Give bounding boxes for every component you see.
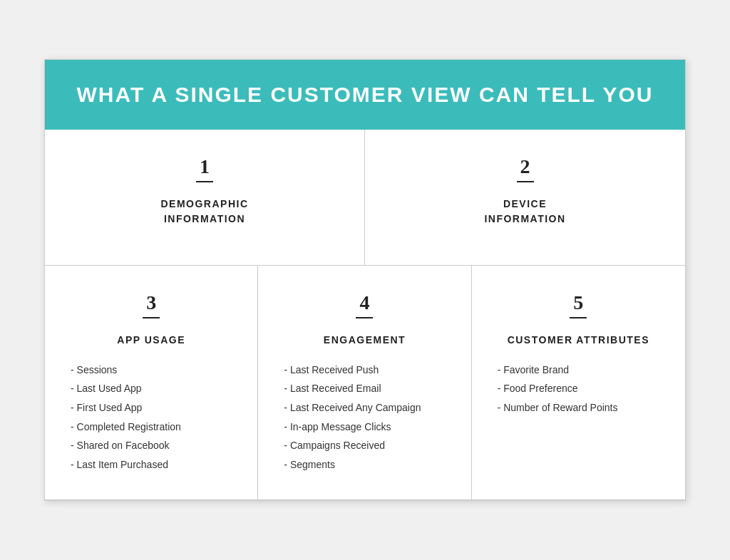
section-5-list: - Favorite Brand - Food Preference - Num… (498, 361, 659, 418)
section-2-number: 2 (517, 155, 534, 182)
section-device: 2 DEVICEINFORMATION (365, 130, 685, 265)
list-item: - Sessions (71, 361, 232, 380)
section-5-number-wrapper: 5 (498, 291, 659, 324)
list-item: - In-app Message Clicks (284, 418, 445, 437)
section-demographic: 1 DEMOGRAPHICINFORMATION (45, 130, 365, 265)
section-4-title: ENGAGEMENT (284, 333, 445, 348)
list-item: - Favorite Brand (498, 361, 659, 380)
list-item: - Number of Reward Points (498, 398, 659, 418)
main-card: WHAT A SINGLE CUSTOMER VIEW CAN TELL YOU… (44, 59, 686, 502)
list-item: - Segments (284, 455, 445, 475)
list-item: - Shared on Facebook (71, 436, 232, 455)
header-title: WHAT A SINGLE CUSTOMER VIEW CAN TELL YOU (73, 83, 657, 107)
list-item: - Last Received Any Campaign (284, 398, 445, 418)
section-3-number: 3 (143, 291, 160, 318)
section-1-title: DEMOGRAPHICINFORMATION (160, 197, 248, 227)
list-item: - First Used App (71, 398, 232, 418)
header: WHAT A SINGLE CUSTOMER VIEW CAN TELL YOU (45, 60, 685, 130)
list-item: - Completed Registration (71, 418, 232, 437)
section-3-list: - Sessions - Last Used App - First Used … (71, 361, 232, 475)
section-5-number: 5 (570, 291, 587, 318)
top-grid: 1 DEMOGRAPHICINFORMATION 2 DEVICEINFORMA… (45, 130, 685, 266)
list-item: - Last Received Email (284, 379, 445, 398)
list-item: - Food Preference (498, 379, 659, 398)
section-4-list: - Last Received Push - Last Received Ema… (284, 361, 445, 475)
section-3-title: APP USAGE (71, 333, 232, 348)
section-customer-attributes: 5 CUSTOMER ATTRIBUTES - Favorite Brand -… (472, 266, 685, 501)
section-4-number-wrapper: 4 (284, 291, 445, 324)
list-item: - Last Item Purchased (71, 455, 232, 475)
list-item: - Last Used App (71, 379, 232, 398)
section-3-number-wrapper: 3 (71, 291, 232, 324)
section-1-number-wrapper: 1 (196, 155, 213, 188)
list-item: - Last Received Push (284, 361, 445, 380)
section-engagement: 4 ENGAGEMENT - Last Received Push - Last… (258, 266, 471, 501)
section-app-usage: 3 APP USAGE - Sessions - Last Used App -… (45, 266, 258, 501)
section-2-title: DEVICEINFORMATION (484, 197, 565, 227)
section-4-number: 4 (356, 291, 373, 318)
bottom-grid: 3 APP USAGE - Sessions - Last Used App -… (45, 266, 685, 501)
list-item: - Campaigns Received (284, 436, 445, 455)
section-1-number: 1 (196, 155, 213, 182)
section-2-number-wrapper: 2 (517, 155, 534, 188)
section-5-title: CUSTOMER ATTRIBUTES (498, 333, 659, 348)
